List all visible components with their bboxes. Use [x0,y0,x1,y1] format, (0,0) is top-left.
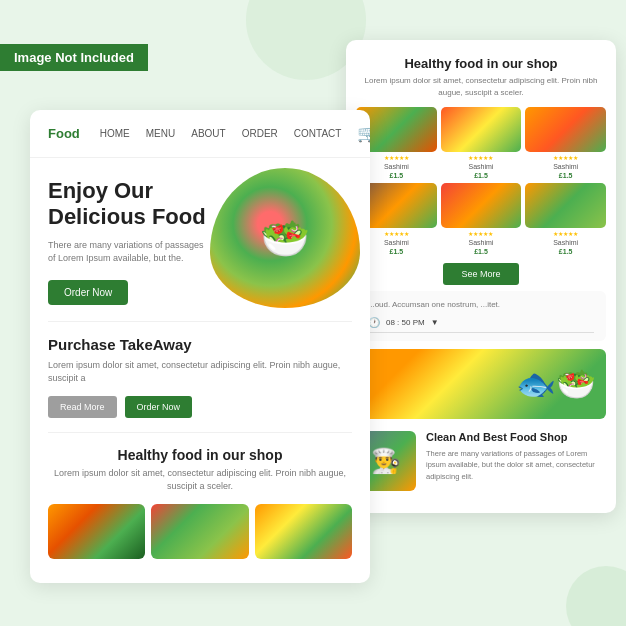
clean-food-text: Clean And Best Food Shop There are many … [426,431,606,482]
food-label-2: Sashimi [469,163,494,170]
nav-home[interactable]: HOME [100,128,130,139]
takeaway-section: Purchase TakeAway Lorem ipsum dolor sit … [30,322,370,432]
food-thumb-3 [255,504,352,559]
main-card: Food HOME MENU ABOUT ORDER CONTACT 🛒 Enj… [30,110,370,583]
stars-4: ★★★★★ [384,230,409,237]
food-thumb-2 [151,504,248,559]
shop-desc: Lorem ipsum dolor sit amet, consectetur … [48,467,352,494]
navbar: Food HOME MENU ABOUT ORDER CONTACT 🛒 [30,110,370,158]
see-more-button[interactable]: See More [443,263,518,285]
food-price-4: £1.5 [390,248,404,255]
food-image-2 [441,107,522,152]
hero-section: Enjoy Our Delicious Food There are many … [30,158,370,321]
stars-5: ★★★★★ [468,230,493,237]
time-label: 08 : 50 PM [386,318,425,327]
food-label-5: Sashimi [469,239,494,246]
hero-title: Enjoy Our Delicious Food [48,178,208,231]
order-now-button-2[interactable]: Order Now [125,396,193,418]
stars-1: ★★★★★ [384,154,409,161]
nav-menu[interactable]: MENU [146,128,175,139]
food-label-3: Sashimi [553,163,578,170]
takeaway-title: Purchase TakeAway [48,336,352,353]
takeaway-desc: Lorem ipsum dolor sit amet, consectetur … [48,359,352,386]
order-now-button[interactable]: Order Now [48,280,128,305]
clean-food-desc: There are many variations of passages of… [426,448,606,482]
reservation-text: ...oud. Accumsan one nostrum, ...itet. [368,299,594,311]
time-dropdown-icon[interactable]: ▼ [431,318,439,327]
clean-food-section: 👨‍🍳 Clean And Best Food Shop There are m… [346,425,616,497]
image-not-included-banner: Image Not Included [0,44,148,71]
food-price-2: £1.5 [474,172,488,179]
hero-description: There are many variations of passages of… [48,239,208,266]
right-shop-desc: Lorem ipsum dolor sit amet, consectetur … [358,75,604,99]
nav-order[interactable]: ORDER [242,128,278,139]
list-item: ★★★★★ Sashimi £1.5 [525,183,606,255]
right-shop-header: Healthy food in our shop Lorem ipsum dol… [346,40,616,107]
time-row: 🕐 08 : 50 PM ▼ [368,317,594,328]
food-price-3: £1.5 [559,172,573,179]
food-thumb-1 [48,504,145,559]
shop-title: Healthy food in our shop [48,447,352,463]
right-card: Healthy food in our shop Lorem ipsum dol… [346,40,616,513]
right-shop-title: Healthy food in our shop [358,56,604,71]
see-more-wrapper: See More [346,263,616,285]
food-label-4: Sashimi [384,239,409,246]
list-item: ★★★★★ Sashimi £1.5 [441,183,522,255]
list-item: ★★★★★ Sashimi £1.5 [525,107,606,179]
list-item: ★★★★★ Sashimi £1.5 [441,107,522,179]
stars-3: ★★★★★ [553,154,578,161]
stars-6: ★★★★★ [553,230,578,237]
read-more-button[interactable]: Read More [48,396,117,418]
cart-icon[interactable]: 🛒 [357,124,370,143]
food-price-1: £1.5 [390,172,404,179]
salmon-food-image: 🐟🥗 [356,349,606,419]
reservation-divider [368,332,594,333]
right-food-grid: ★★★★★ Sashimi £1.5 ★★★★★ Sashimi £1.5 ★★… [346,107,616,255]
reservation-section: ...oud. Accumsan one nostrum, ...itet. 🕐… [356,291,606,341]
brand-logo: Food [48,126,80,141]
shop-section: Healthy food in our shop Lorem ipsum dol… [30,433,370,567]
food-label-6: Sashimi [553,239,578,246]
food-image-5 [441,183,522,228]
banner-label: Image Not Included [14,50,134,65]
food-grid [48,504,352,559]
stars-2: ★★★★★ [468,154,493,161]
salmon-emoji: 🐟🥗 [516,365,596,403]
food-image-6 [525,183,606,228]
takeaway-buttons: Read More Order Now [48,396,352,418]
nav-contact[interactable]: CONTACT [294,128,342,139]
nav-about[interactable]: ABOUT [191,128,225,139]
food-label-1: Sashimi [384,163,409,170]
hero-food-visual: 🥗 [210,168,360,308]
clean-food-title: Clean And Best Food Shop [426,431,606,444]
hero-food-image: 🥗 [210,168,360,308]
deco-circle-bottom [566,566,626,626]
food-price-5: £1.5 [474,248,488,255]
food-price-6: £1.5 [559,248,573,255]
food-image-3 [525,107,606,152]
